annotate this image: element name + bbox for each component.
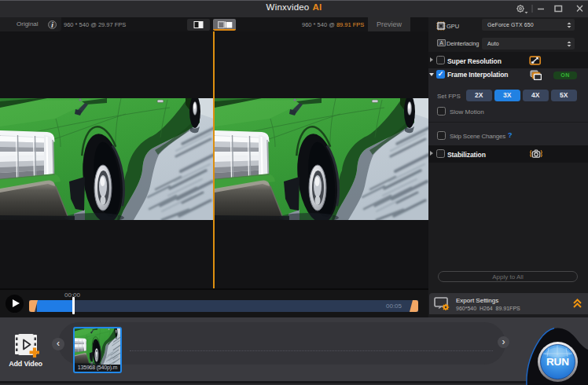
svg-text:RUN: RUN: [546, 356, 569, 368]
